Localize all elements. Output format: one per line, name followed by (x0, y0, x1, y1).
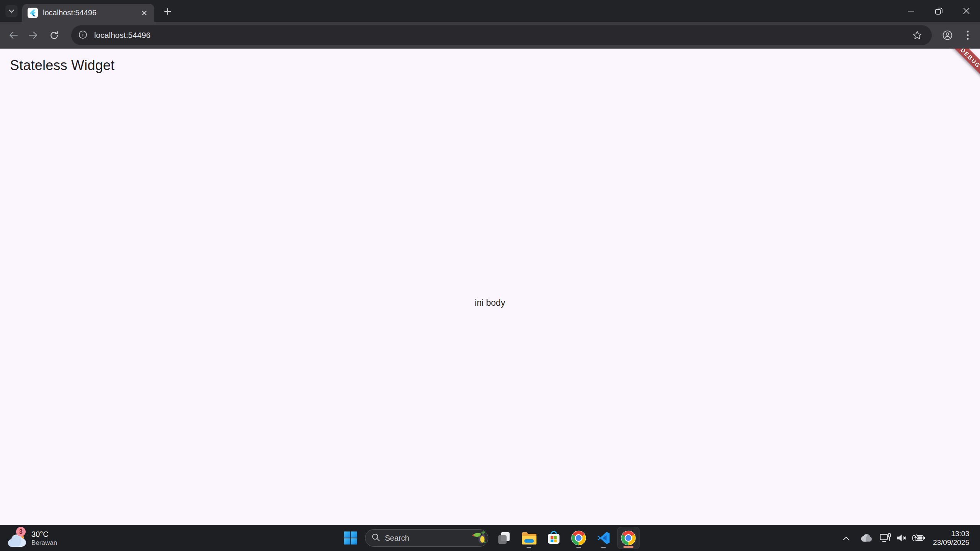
minimize-button[interactable] (897, 0, 925, 22)
profile-button[interactable] (939, 26, 956, 44)
taskbar-icon-microsoft-store[interactable] (543, 527, 565, 549)
running-indicator (577, 547, 581, 548)
chrome-icon (571, 530, 586, 546)
screen: localhost:54496 (0, 0, 980, 551)
weather-widget[interactable]: 3 30°C Berawan (3, 525, 61, 551)
taskbar-icon-task-view[interactable] (493, 527, 515, 549)
tab-close-button[interactable] (139, 8, 150, 18)
page-content: Stateless Widget ini body DEBUG (0, 49, 980, 525)
weather-condition: Berawan (31, 539, 57, 547)
app-bar-title: Stateless Widget (10, 57, 114, 74)
taskbar-clock[interactable]: 13:03 23/09/2025 (933, 529, 969, 547)
active-running-indicator (624, 546, 634, 548)
windows-logo-icon (344, 531, 358, 545)
clock-date: 23/09/2025 (933, 538, 969, 547)
display-device-button[interactable] (879, 529, 893, 547)
taskbar-app-icons (493, 527, 640, 549)
taskbar-icon-chrome[interactable] (568, 527, 590, 549)
battery-button[interactable] (911, 529, 927, 547)
profile-avatar-icon (942, 30, 953, 41)
search-placeholder: Search (385, 534, 472, 543)
running-indicator (601, 547, 606, 548)
forward-button[interactable] (24, 26, 42, 44)
display-device-icon (880, 533, 892, 543)
taskbar-icon-file-explorer[interactable] (518, 527, 540, 549)
start-button[interactable] (341, 527, 361, 549)
microsoft-store-icon (547, 531, 561, 545)
chevron-down-icon (9, 8, 14, 15)
bookmark-star-button[interactable] (910, 28, 925, 43)
browser-tab-strip: localhost:54496 (0, 0, 980, 22)
three-dots-icon (967, 30, 969, 40)
debug-banner: DEBUG (943, 49, 980, 86)
browser-menu-button[interactable] (960, 26, 975, 44)
forward-arrow-icon (28, 30, 38, 40)
window-controls (897, 0, 980, 22)
new-tab-button[interactable] (161, 5, 175, 19)
file-explorer-icon (521, 531, 537, 544)
task-view-icon (497, 531, 511, 545)
url-text: localhost:54496 (94, 31, 910, 40)
back-button[interactable] (4, 26, 23, 44)
battery-charging-icon (912, 534, 925, 542)
tab-title: localhost:54496 (43, 8, 139, 17)
vscode-icon (597, 531, 611, 545)
chrome-icon (621, 530, 636, 546)
volume-button[interactable] (895, 529, 909, 547)
reload-icon (49, 30, 59, 41)
body-text: ini body (0, 298, 980, 308)
close-window-button[interactable] (952, 0, 980, 22)
maximize-restore-button[interactable] (925, 0, 952, 22)
close-icon (963, 7, 970, 15)
volume-muted-icon (896, 534, 908, 542)
site-info-icon[interactable] (78, 30, 88, 41)
search-icon (372, 533, 381, 543)
address-bar[interactable]: localhost:54496 (71, 25, 932, 45)
taskbar: 3 30°C Berawan (0, 525, 980, 551)
taskbar-icon-vscode[interactable] (593, 527, 615, 549)
minimize-icon (907, 7, 915, 15)
onedrive-cloud-icon (861, 534, 872, 542)
onedrive-button[interactable] (859, 529, 875, 547)
chevron-up-icon (843, 536, 849, 540)
reload-button[interactable] (45, 26, 63, 44)
taskbar-icon-chrome-active[interactable] (617, 527, 640, 549)
clock-time: 13:03 (933, 529, 969, 538)
tab-search-button[interactable] (5, 5, 18, 17)
browser-toolbar: localhost:54496 (0, 22, 980, 49)
close-icon (142, 10, 147, 16)
taskbar-search[interactable]: Search (365, 529, 488, 547)
plus-icon (164, 8, 172, 17)
weather-temperature: 30°C (31, 530, 57, 539)
notification-badge: 3 (16, 527, 26, 536)
hidden-icons-button[interactable] (840, 529, 853, 547)
search-highlight-toucan-icon (472, 531, 486, 545)
running-indicator (527, 547, 531, 548)
taskbar-center: Search (341, 525, 640, 551)
browser-tab[interactable]: localhost:54496 (22, 4, 154, 22)
flutter-favicon-icon (28, 8, 38, 18)
system-tray: 13:03 23/09/2025 (840, 525, 980, 551)
star-icon (912, 30, 922, 40)
restore-icon (935, 7, 943, 15)
back-arrow-icon (8, 30, 18, 40)
